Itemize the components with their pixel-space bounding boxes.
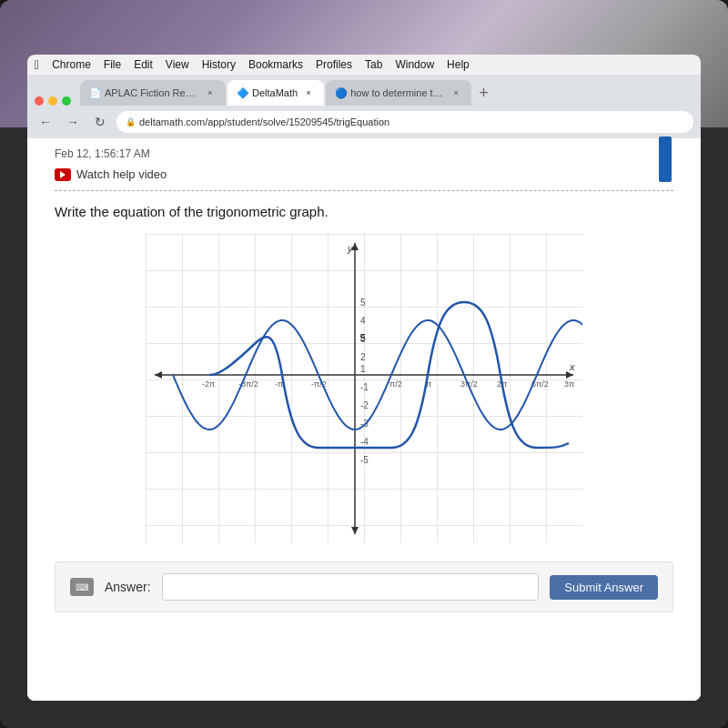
tab-aplac[interactable]: 📄 APLAC Fiction Reading Log- E ×	[80, 80, 226, 106]
youtube-play-triangle	[60, 171, 66, 178]
tab-bar: 📄 APLAC Fiction Reading Log- E × 🔷 Delta…	[27, 75, 701, 106]
tab-deltamath[interactable]: 🔷 DeltaMath ×	[228, 80, 324, 106]
svg-text:3π: 3π	[564, 379, 574, 389]
blue-sidebar-element	[659, 136, 672, 182]
watch-video-row[interactable]: Watch help video	[55, 167, 673, 181]
menu-profiles[interactable]: Profiles	[316, 58, 352, 71]
tab-aplac-label: APLAC Fiction Reading Log- E	[105, 87, 199, 98]
menu-file[interactable]: File	[104, 58, 121, 71]
youtube-icon	[55, 168, 71, 181]
menu-help[interactable]: Help	[447, 58, 470, 71]
tab-aplac-close[interactable]: ×	[204, 86, 217, 99]
trig-graph: 5 5 5 5 4 3 2 1 -1 -2 -3 -4 -5	[146, 234, 582, 543]
svg-text:1: 1	[360, 364, 366, 374]
apple-menu[interactable]: 	[35, 57, 39, 72]
menu-tab[interactable]: Tab	[365, 58, 382, 71]
submit-answer-button[interactable]: Submit Answer	[550, 575, 658, 600]
forward-button[interactable]: →	[62, 111, 84, 133]
close-window-button[interactable]	[35, 96, 44, 106]
watch-video-label[interactable]: Watch help video	[76, 167, 167, 181]
svg-text:x: x	[569, 361, 575, 372]
svg-text:π/2: π/2	[389, 379, 402, 389]
refresh-button[interactable]: ↻	[89, 111, 111, 133]
page-content: Feb 12, 1:56:17 AM Watch help video Writ…	[27, 138, 701, 701]
svg-text:-1: -1	[360, 382, 369, 392]
menu-window[interactable]: Window	[395, 58, 434, 71]
keyboard-button[interactable]: ⌨	[70, 578, 94, 596]
menu-history[interactable]: History	[202, 58, 236, 71]
svg-text:4: 4	[360, 316, 366, 326]
question-text: Write the equation of the trigonometric …	[55, 204, 673, 219]
browser-window: 📄 APLAC Fiction Reading Log- E × 🔷 Delta…	[27, 75, 701, 701]
tab-howto-favicon: 🔵	[335, 87, 346, 98]
svg-text:-2π: -2π	[202, 379, 215, 389]
menu-bookmarks[interactable]: Bookmarks	[248, 58, 303, 71]
address-bar-row: ← → ↻ 🔒 deltamath.com/app/student/solve/…	[27, 106, 701, 138]
answer-row: ⌨ Answer: Submit Answer	[55, 561, 673, 612]
address-box[interactable]: 🔒 deltamath.com/app/student/solve/152095…	[116, 111, 693, 133]
svg-text:-4: -4	[360, 437, 369, 447]
tab-howto-label: how to determine the period o	[350, 87, 445, 98]
svg-text:3: 3	[360, 334, 366, 344]
section-divider	[55, 190, 673, 191]
tab-deltamath-label: DeltaMath	[252, 87, 298, 98]
tab-deltamath-close[interactable]: ×	[302, 86, 315, 99]
maximize-window-button[interactable]	[62, 96, 71, 106]
svg-text:-5: -5	[360, 455, 369, 465]
minimize-window-button[interactable]	[48, 96, 57, 106]
menu-chrome[interactable]: Chrome	[52, 58, 91, 71]
lock-icon: 🔒	[126, 117, 136, 126]
tab-howto[interactable]: 🔵 how to determine the period o ×	[326, 80, 471, 106]
screen-bezel:  Chrome File Edit View History Bookmark…	[27, 55, 701, 701]
menu-edit[interactable]: Edit	[134, 58, 153, 71]
tab-deltamath-favicon: 🔷	[237, 87, 248, 98]
answer-label: Answer:	[105, 580, 151, 594]
tab-aplac-favicon: 📄	[89, 87, 100, 98]
svg-text:-2: -2	[360, 400, 369, 410]
macos-menubar:  Chrome File Edit View History Bookmark…	[27, 55, 701, 75]
laptop-frame:  Chrome File Edit View History Bookmark…	[0, 0, 728, 728]
svg-text:-π: -π	[275, 379, 283, 389]
traffic-lights	[35, 96, 71, 106]
graph-container: 5 5 5 5 4 3 2 1 -1 -2 -3 -4 -5	[55, 234, 673, 543]
svg-text:2: 2	[360, 352, 366, 362]
back-button[interactable]: ←	[35, 111, 56, 133]
answer-input[interactable]	[162, 573, 540, 601]
timestamp: Feb 12, 1:56:17 AM	[55, 147, 673, 160]
new-tab-button[interactable]: +	[473, 80, 494, 106]
url-text: deltamath.com/app/student/solve/15209545…	[139, 116, 389, 127]
svg-text:5: 5	[360, 298, 366, 308]
tab-howto-close[interactable]: ×	[450, 86, 462, 99]
menu-view[interactable]: View	[166, 58, 189, 71]
